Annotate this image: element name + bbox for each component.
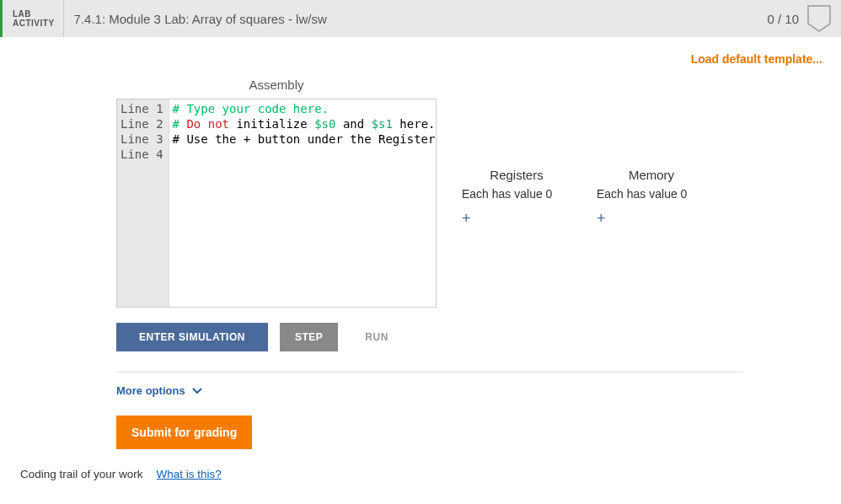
more-options-label: More options <box>116 384 185 397</box>
code-line: # Do not initialize $s0 and $s1 here. <box>173 116 432 131</box>
step-button[interactable]: STEP <box>280 323 338 351</box>
memory-subtitle: Each has value 0 <box>597 187 706 201</box>
side-panels: Registers Each has value 0 + Memory Each… <box>462 168 706 227</box>
editor-code[interactable]: # Type your code here.# Do not initializ… <box>169 99 436 307</box>
load-default-template-link[interactable]: Load default template... <box>691 52 822 66</box>
coding-trail-label: Coding trail of your work <box>20 468 143 480</box>
simulation-buttons: ENTER SIMULATION STEP RUN <box>116 323 822 351</box>
memory-panel: Memory Each has value 0 + <box>597 168 706 227</box>
lab-label-line1: LAB <box>13 9 55 19</box>
content-area: Load default template... Assembly Line 1… <box>0 37 841 480</box>
what-is-this-link[interactable]: What is this? <box>157 468 222 480</box>
run-button[interactable]: RUN <box>350 323 404 351</box>
editor-gutter: Line 1 Line 2 Line 3 Line 4 <box>117 99 169 307</box>
registers-title: Registers <box>462 168 571 182</box>
code-line: # Use the + button under the Register di <box>173 131 432 147</box>
add-memory-button[interactable]: + <box>597 211 606 226</box>
submit-for-grading-button[interactable]: Submit for grading <box>116 416 252 449</box>
assembly-editor[interactable]: Line 1 Line 2 Line 3 Line 4 # Type your … <box>116 99 437 308</box>
coding-trail-row: Coding trail of your work What is this? <box>20 468 822 480</box>
lab-activity-label: LAB ACTIVITY <box>3 0 64 37</box>
lab-title: 7.4.1: Module 3 Lab: Array of squares - … <box>64 12 768 26</box>
code-line <box>173 147 432 162</box>
chevron-down-icon <box>192 386 202 396</box>
shield-icon <box>807 5 831 32</box>
divider <box>116 372 743 373</box>
more-options-toggle[interactable]: More options <box>116 384 822 397</box>
lab-header: LAB ACTIVITY 7.4.1: Module 3 Lab: Array … <box>0 0 841 37</box>
registers-panel: Registers Each has value 0 + <box>462 168 571 227</box>
editor-heading: Assembly <box>116 78 437 92</box>
memory-title: Memory <box>597 168 706 182</box>
work-area: Line 1 Line 2 Line 3 Line 4 # Type your … <box>116 99 822 308</box>
lab-label-line2: ACTIVITY <box>13 19 55 28</box>
score-display: 0 / 10 <box>767 12 807 26</box>
registers-subtitle: Each has value 0 <box>462 187 571 201</box>
enter-simulation-button[interactable]: ENTER SIMULATION <box>116 323 268 351</box>
add-register-button[interactable]: + <box>462 211 471 226</box>
code-line: # Type your code here. <box>173 101 432 116</box>
